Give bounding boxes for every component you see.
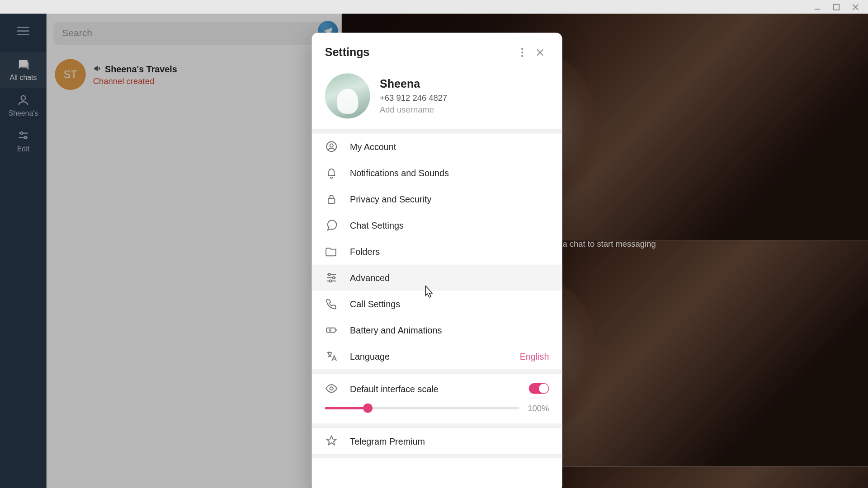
sidebar-tab-sheenas[interactable]: Sheena's (0, 88, 47, 123)
language-icon (325, 350, 338, 363)
folder-icon (325, 245, 338, 258)
maximize-button[interactable] (832, 3, 840, 11)
sidebar-tab-label: Sheena's (9, 109, 38, 117)
close-icon (536, 48, 544, 56)
chat-list-item[interactable]: ST Sheena's Travels Channel created 9 (47, 53, 342, 96)
menu-label: Battery and Animations (350, 325, 442, 335)
svg-point-25 (330, 387, 333, 390)
menu-label: My Account (350, 141, 396, 151)
settings-title: Settings (325, 46, 514, 59)
chat-subtitle: Channel created (93, 76, 177, 85)
user-circle-icon (325, 140, 338, 153)
menu-language[interactable]: Language English (312, 343, 562, 370)
profile-avatar[interactable] (325, 73, 370, 118)
profile-header[interactable]: Sheena +63 912 246 4827 Add username (312, 70, 562, 129)
menu-label: Notifications and Sounds (350, 168, 449, 178)
menu-my-account[interactable]: My Account (312, 133, 562, 160)
mouse-cursor (422, 285, 434, 300)
profile-username-hint[interactable]: Add username (380, 105, 447, 114)
slider-knob[interactable] (363, 404, 373, 413)
menu-label: Telegram Premium (350, 436, 425, 446)
profile-name: Sheena (380, 77, 447, 90)
svg-point-6 (20, 132, 23, 134)
svg-point-10 (521, 52, 523, 53)
svg-point-9 (521, 48, 523, 50)
sidebar-tab-edit[interactable]: Edit (0, 123, 47, 159)
star-icon (325, 434, 338, 447)
language-value: English (520, 351, 549, 361)
chat-bubble-icon (325, 219, 338, 232)
phone-icon (325, 297, 338, 310)
scale-slider[interactable] (325, 407, 519, 409)
more-vertical-icon (521, 47, 524, 57)
profile-phone: +63 912 246 4827 (380, 93, 447, 103)
svg-rect-16 (328, 198, 335, 203)
svg-point-22 (329, 280, 331, 282)
menu-label: Call Settings (350, 299, 400, 309)
menu-notifications[interactable]: Notifications and Sounds (312, 160, 562, 186)
menu-label: Folders (350, 246, 380, 256)
menu-privacy[interactable]: Privacy and Security (312, 186, 562, 212)
scale-value: 100% (528, 404, 549, 413)
menu-advanced[interactable]: Advanced (312, 265, 562, 291)
svg-point-11 (521, 55, 523, 57)
chat-avatar: ST (55, 59, 86, 90)
close-button[interactable] (531, 43, 549, 61)
menu-label: Privacy and Security (350, 194, 431, 204)
svg-point-4 (21, 96, 26, 100)
svg-rect-1 (834, 4, 839, 9)
battery-icon (325, 324, 338, 337)
megaphone-icon (93, 64, 101, 72)
eye-icon (325, 382, 338, 395)
menu-call-settings[interactable]: Call Settings (312, 291, 562, 317)
svg-point-15 (330, 144, 333, 147)
scale-row: Default interface scale (312, 374, 562, 398)
search-placeholder: Search (62, 28, 92, 39)
sidebar-tab-label: All chats (10, 73, 37, 81)
sliders-icon (17, 129, 30, 142)
lock-icon (325, 192, 338, 206)
settings-sliders-icon (325, 271, 338, 284)
sidebar-tab-label: Edit (17, 145, 29, 153)
menu-chat-settings[interactable]: Chat Settings (312, 212, 562, 238)
minimize-button[interactable] (813, 3, 821, 11)
search-input[interactable]: Search (54, 22, 335, 45)
menu-label: Advanced (350, 272, 390, 282)
svg-point-20 (333, 277, 335, 279)
user-icon (17, 94, 30, 107)
menu-battery[interactable]: Battery and Animations (312, 317, 562, 343)
menu-button[interactable] (11, 22, 35, 40)
bell-icon (325, 166, 338, 179)
close-window-button[interactable] (851, 3, 859, 11)
settings-modal: Settings Sheena +63 912 246 4827 Add use… (312, 33, 562, 488)
svg-point-18 (328, 273, 330, 276)
chat-list-column: Search ST Sheena's Travels Channel creat… (47, 14, 342, 488)
chat-name: Sheena's Travels (93, 63, 177, 73)
menu-label: Chat Settings (350, 220, 404, 230)
menu-folders[interactable]: Folders (312, 238, 562, 264)
menu-label: Language (350, 351, 390, 361)
more-button[interactable] (513, 43, 531, 61)
left-sidebar: All chats Sheena's Edit (0, 14, 47, 488)
menu-premium[interactable]: Telegram Premium (312, 428, 562, 454)
window-titlebar (0, 0, 868, 14)
scale-label: Default interface scale (350, 384, 517, 394)
chat-icon (17, 58, 30, 71)
empty-chat-hint: ct a chat to start messaging (554, 239, 656, 249)
scale-toggle[interactable] (529, 383, 549, 394)
sidebar-tab-all-chats[interactable]: All chats (0, 52, 47, 88)
svg-point-8 (24, 136, 27, 139)
